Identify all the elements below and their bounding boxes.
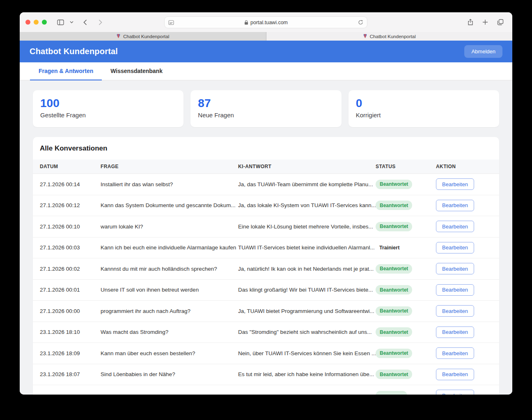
- panel-title: Alle Konversationen: [33, 137, 499, 160]
- column-header-status: STATUS: [376, 164, 436, 169]
- row-question: Unsere IT soll von ihnen betreut werden: [101, 287, 238, 293]
- row-date: 23.1.2026 18:10: [33, 329, 101, 335]
- stat-card-gestellte-fragen: 100 Gestellte Fragen: [33, 90, 183, 127]
- row-date: 27.1.2026 00:03: [33, 244, 101, 251]
- edit-button[interactable]: Bearbeiten: [436, 242, 474, 253]
- row-question: Sind Löenbabies in der Nähe?: [101, 371, 238, 377]
- forward-icon[interactable]: [96, 16, 105, 28]
- status-badge: Beantwortet: [376, 285, 412, 294]
- table-row: 23.1.2026 18:07 Sind Löenbabies in der N…: [33, 364, 499, 386]
- edit-button[interactable]: Bearbeiten: [436, 305, 474, 317]
- edit-button[interactable]: Bearbeiten: [436, 221, 474, 232]
- row-date: 27.1.2026 00:14: [33, 181, 101, 187]
- table-row: Bearbeiten: [33, 385, 499, 395]
- row-answer: Ja, das lokale KI-System von TUAWI IT-Se…: [238, 202, 376, 208]
- edit-button[interactable]: Bearbeiten: [436, 347, 474, 359]
- table-row: 27.1.2026 00:10 warum lokale KI? Eine lo…: [33, 216, 499, 237]
- main-content: 100 Gestellte Fragen 87 Neue Fragen 0 Ko…: [20, 80, 512, 395]
- logout-button[interactable]: Abmelden: [464, 45, 502, 58]
- status-badge: Beantwortet: [376, 180, 412, 189]
- row-answer: Eine lokale KI-Lösung bietet mehrere Vor…: [238, 224, 376, 230]
- browser-tabstrip: Chatbot Kundenportal Chatbot Kundenporta…: [20, 32, 512, 41]
- stat-value: 0: [356, 97, 492, 110]
- browser-tab-2[interactable]: Chatbot Kundenportal: [266, 32, 513, 41]
- url-text: portal.tuawi.com: [250, 20, 288, 25]
- new-tab-icon[interactable]: [479, 16, 491, 28]
- status-badge: Beantwortet: [376, 306, 412, 316]
- tab-wissensdatenbank[interactable]: Wissensdatenbank: [102, 62, 171, 80]
- edit-button[interactable]: Bearbeiten: [436, 390, 474, 395]
- stat-value: 100: [40, 97, 176, 110]
- minimize-window-button[interactable]: [34, 20, 39, 25]
- table-row: 27.1.2026 00:14 Installiert ihr das wlan…: [33, 174, 499, 195]
- row-date: 23.1.2026 18:09: [33, 350, 101, 356]
- stat-value: 87: [198, 97, 334, 110]
- lock-icon: [244, 20, 248, 25]
- column-header-ki-antwort: KI-ANTWORT: [238, 164, 376, 169]
- chevron-down-icon[interactable]: [67, 16, 76, 28]
- row-answer: Es tut mir leid, aber ich habe keine Inf…: [238, 371, 376, 377]
- address-bar[interactable]: portal.tuawi.com: [164, 16, 367, 28]
- row-answer: Das klingt großartig! Wir bei TUAWI IT-S…: [238, 287, 376, 293]
- favicon-icon: [363, 34, 367, 39]
- table-body: 27.1.2026 00:14 Installiert ihr das wlan…: [33, 174, 499, 395]
- edit-button[interactable]: Bearbeiten: [436, 200, 474, 211]
- row-question: Installiert ihr das wlan selbst?: [101, 181, 238, 187]
- reload-icon[interactable]: [358, 20, 363, 25]
- status-badge: Beantwortet: [376, 370, 412, 379]
- favicon-icon: [116, 34, 121, 39]
- status-badge: Beantwortet: [376, 349, 412, 358]
- zoom-window-button[interactable]: [42, 20, 47, 25]
- browser-tab-label: Chatbot Kundenportal: [370, 34, 416, 39]
- status-badge: Beantwortet: [376, 264, 412, 274]
- table-row: 27.1.2026 00:03 Kann ich bei euch eine i…: [33, 237, 499, 259]
- browser-toolbar: portal.tuawi.com: [20, 12, 512, 32]
- column-header-aktion: AKTION: [436, 164, 499, 169]
- browser-tab-1[interactable]: Chatbot Kundenportal: [20, 32, 266, 41]
- close-window-button[interactable]: [25, 20, 30, 25]
- row-date: 27.1.2026 00:02: [33, 266, 101, 272]
- back-icon[interactable]: [80, 16, 90, 28]
- stat-label: Neue Fragen: [198, 112, 334, 119]
- row-question: Kannnst du mit mir auch holländisch spre…: [101, 266, 238, 272]
- status-badge: Beantwortet: [376, 327, 412, 337]
- stats-row: 100 Gestellte Fragen 87 Neue Fragen 0 Ko…: [33, 90, 499, 127]
- edit-button[interactable]: Bearbeiten: [436, 263, 474, 274]
- stat-label: Gestellte Fragen: [40, 112, 176, 119]
- table-row: 23.1.2026 18:10 Was macht das Stromding?…: [33, 322, 499, 343]
- row-answer: TUAWI IT-Services bietet keine individue…: [238, 244, 376, 251]
- stat-card-neue-fragen: 87 Neue Fragen: [190, 90, 341, 127]
- column-header-datum: DATUM: [33, 164, 101, 169]
- status-badge: [376, 391, 407, 395]
- row-date: 23.1.2026 18:07: [33, 371, 101, 377]
- table-header-row: DATUM FRAGE KI-ANTWORT STATUS AKTION: [33, 160, 499, 174]
- edit-button[interactable]: Bearbeiten: [436, 326, 474, 338]
- traffic-lights: [25, 20, 47, 25]
- row-answer: Nein, über TUAWI IT-Services können Sie …: [238, 350, 376, 356]
- table-row: 27.1.2026 00:12 Kann das System Dokument…: [33, 195, 499, 217]
- row-question: warum lokale KI?: [101, 224, 238, 230]
- edit-button[interactable]: Bearbeiten: [436, 178, 474, 190]
- tab-overview-icon[interactable]: [494, 16, 507, 28]
- row-question: Kann man über euch essen bestellen?: [101, 350, 238, 356]
- table-row: 23.1.2026 18:09 Kann man über euch essen…: [33, 343, 499, 364]
- conversations-panel: Alle Konversationen DATUM FRAGE KI-ANTWO…: [33, 137, 499, 395]
- edit-button[interactable]: Bearbeiten: [436, 284, 474, 296]
- tab-fragen-antworten[interactable]: Fragen & Antworten: [30, 62, 102, 80]
- row-date: 27.1.2026 00:00: [33, 308, 101, 314]
- page-title: Chatbot Kundenportal: [30, 47, 118, 56]
- row-date: 27.1.2026 00:01: [33, 287, 101, 293]
- edit-button[interactable]: Bearbeiten: [436, 369, 474, 380]
- row-answer: Ja, TUAWI bietet Programmierung und Soft…: [238, 308, 376, 314]
- table-row: 27.1.2026 00:02 Kannnst du mit mir auch …: [33, 258, 499, 280]
- app-header: Chatbot Kundenportal Abmelden: [20, 41, 512, 62]
- row-question: programmiert ihr auch nach Auftrag?: [101, 308, 238, 314]
- stat-card-korrigiert: 0 Korrigiert: [349, 90, 499, 127]
- sidebar-icon[interactable]: [54, 16, 67, 28]
- row-answer: Ja, natürlich! Ik kan ook in het Nederla…: [238, 266, 376, 272]
- reader-view-icon[interactable]: [168, 20, 174, 25]
- table-row: 27.1.2026 00:01 Unsere IT soll von ihnen…: [33, 280, 499, 301]
- share-icon[interactable]: [465, 16, 476, 28]
- row-question: Kann ich bei euch eine individuelle Alar…: [101, 244, 238, 251]
- app-nav: Fragen & Antworten Wissensdatenbank: [20, 62, 512, 80]
